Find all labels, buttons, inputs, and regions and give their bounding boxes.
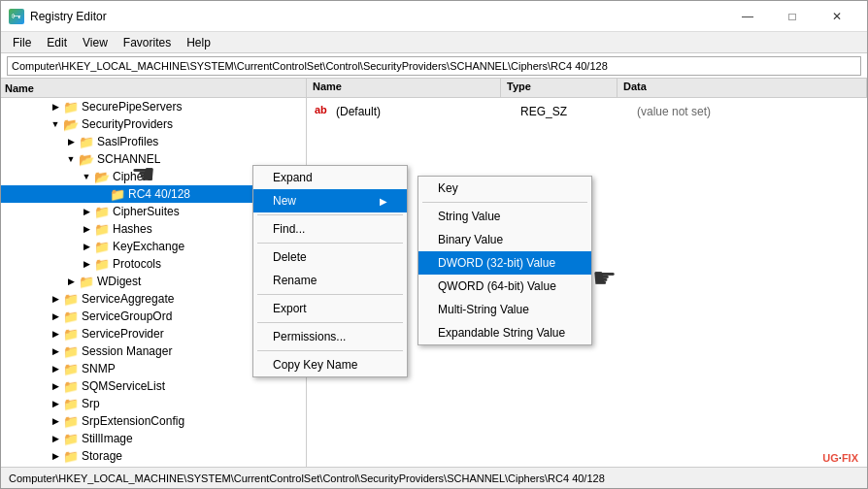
column-headers: Name Type Data bbox=[307, 79, 867, 98]
tree-item-srpextensionconfig[interactable]: ▶ 📁 SrpExtensionConfig bbox=[1, 412, 306, 430]
menu-favorites[interactable]: Favorites bbox=[116, 34, 179, 51]
context-menu: Expand New ▶ Find... Delete Rename Expor… bbox=[252, 165, 408, 377]
tree-item-stillimage[interactable]: ▶ 📁 StillImage bbox=[1, 430, 306, 447]
expand-arrow: ▶ bbox=[79, 224, 94, 234]
ctx-find[interactable]: Find... bbox=[253, 217, 407, 241]
tree-label: Hashes bbox=[113, 222, 152, 236]
menu-bar: File Edit View Favorites Help bbox=[1, 32, 867, 53]
submenu-multi-string-value-label: Multi-String Value bbox=[438, 303, 529, 316]
ctx-delete[interactable]: Delete bbox=[253, 245, 407, 269]
address-bar bbox=[1, 53, 867, 79]
ctx-new-label: New bbox=[273, 194, 296, 208]
maximize-button[interactable]: □ bbox=[770, 1, 815, 32]
submenu-dword-value[interactable]: DWORD (32-bit) Value bbox=[418, 251, 591, 275]
address-input[interactable] bbox=[7, 56, 861, 76]
expand-arrow: ▶ bbox=[48, 294, 63, 304]
submenu-dword-value-label: DWORD (32-bit) Value bbox=[438, 256, 555, 270]
tree-label: Ciphers bbox=[113, 170, 152, 183]
app-icon: 🗝 bbox=[9, 9, 24, 24]
folder-icon: 📁 bbox=[63, 448, 79, 464]
tree-label: SaslProfiles bbox=[97, 135, 158, 148]
submenu-key-label: Key bbox=[438, 181, 458, 195]
ctx-separator-5 bbox=[257, 350, 403, 351]
submenu-qword-value[interactable]: QWORD (64-bit) Value bbox=[418, 275, 591, 298]
ctx-new[interactable]: New ▶ bbox=[253, 189, 407, 212]
expand-arrow: ▶ bbox=[79, 242, 94, 251]
submenu-multi-string-value[interactable]: Multi-String Value bbox=[418, 298, 591, 321]
expand-arrow: ▼ bbox=[48, 119, 63, 129]
folder-icon: 📁 bbox=[63, 396, 79, 411]
window-title: Registry Editor bbox=[30, 10, 725, 23]
ctx-find-label: Find... bbox=[273, 222, 305, 236]
minimize-button[interactable]: — bbox=[725, 1, 770, 32]
folder-icon: 📂 bbox=[79, 151, 94, 167]
tree-item-storage[interactable]: ▶ 📁 Storage bbox=[1, 447, 306, 465]
reg-value-icon: ab bbox=[315, 104, 332, 119]
submenu-string-value-label: String Value bbox=[438, 210, 500, 223]
ctx-separator-3 bbox=[257, 294, 403, 295]
submenu-expandable-string-value-label: Expandable String Value bbox=[438, 326, 565, 340]
tree-item-securityproviders[interactable]: ▼ 📂 SecurityProviders bbox=[1, 115, 306, 133]
expand-arrow: ▶ bbox=[48, 102, 63, 112]
ctx-new-arrow: ▶ bbox=[380, 196, 387, 207]
tree-label: SrpExtensionConfig bbox=[82, 414, 184, 428]
expand-arrow: ▶ bbox=[48, 381, 63, 391]
ctx-copy-key-name[interactable]: Copy Key Name bbox=[253, 353, 407, 376]
col-header-type: Type bbox=[501, 79, 618, 97]
expand-arrow: ▶ bbox=[48, 451, 63, 461]
tree-label: KeyExchange bbox=[113, 240, 184, 253]
reg-row-default[interactable]: ab (Default) REG_SZ (value not set) bbox=[311, 102, 863, 121]
ctx-permissions-label: Permissions... bbox=[273, 330, 346, 343]
menu-view[interactable]: View bbox=[75, 34, 116, 51]
tree-label: StillImage bbox=[82, 432, 133, 445]
folder-icon: 📁 bbox=[63, 413, 79, 429]
tree-item-saslprofiles[interactable]: ▶ 📁 SaslProfiles bbox=[1, 133, 306, 150]
watermark-text: UG·FIX bbox=[822, 452, 858, 464]
submenu-expandable-string-value[interactable]: Expandable String Value bbox=[418, 321, 591, 344]
tree-header: Name bbox=[1, 79, 306, 98]
submenu-key[interactable]: Key bbox=[418, 177, 591, 200]
col-header-name: Name bbox=[307, 79, 501, 97]
folder-icon: 📂 bbox=[63, 116, 79, 132]
tree-item-storagemanagement[interactable]: ▶ 📁 StorageManagement bbox=[1, 465, 306, 467]
status-bar: Computer\HKEY_LOCAL_MACHINE\SYSTEM\Curre… bbox=[1, 467, 867, 488]
folder-icon: 📁 bbox=[94, 221, 110, 237]
close-button[interactable]: ✕ bbox=[815, 1, 859, 32]
tree-label: ServiceAggregate bbox=[82, 292, 174, 306]
ctx-separator-4 bbox=[257, 322, 403, 323]
menu-file[interactable]: File bbox=[5, 34, 39, 51]
tree-item-srp[interactable]: ▶ 📁 Srp bbox=[1, 395, 306, 412]
expand-arrow: ▶ bbox=[48, 364, 63, 374]
expand-arrow: ▶ bbox=[48, 416, 63, 426]
folder-icon: 📁 bbox=[79, 274, 94, 289]
submenu-qword-value-label: QWORD (64-bit) Value bbox=[438, 279, 556, 293]
submenu-separator-1 bbox=[422, 202, 587, 203]
ctx-expand[interactable]: Expand bbox=[253, 166, 407, 189]
tree-item-securepipeservers[interactable]: ▶ 📁 SecurePipeServers bbox=[1, 98, 306, 115]
reg-value-data: (value not set) bbox=[637, 105, 859, 118]
submenu-binary-value[interactable]: Binary Value bbox=[418, 228, 591, 251]
status-text: Computer\HKEY_LOCAL_MACHINE\SYSTEM\Curre… bbox=[9, 473, 605, 484]
folder-icon: 📁 bbox=[110, 186, 125, 202]
tree-item-sqmservicelist[interactable]: ▶ 📁 SQMServiceList bbox=[1, 377, 306, 395]
expand-arrow: ▶ bbox=[48, 329, 63, 339]
folder-icon: 📁 bbox=[63, 361, 79, 376]
folder-icon: 📁 bbox=[63, 431, 79, 446]
tree-label: SCHANNEL bbox=[97, 152, 160, 166]
folder-icon: 📁 bbox=[63, 326, 79, 342]
tree-label: ServiceProvider bbox=[82, 327, 164, 341]
folder-icon: 📁 bbox=[79, 134, 94, 149]
ctx-copy-key-name-label: Copy Key Name bbox=[273, 358, 357, 372]
submenu-string-value[interactable]: String Value bbox=[418, 205, 591, 228]
ctx-permissions[interactable]: Permissions... bbox=[253, 325, 407, 348]
ctx-delete-label: Delete bbox=[273, 250, 307, 264]
ctx-export-label: Export bbox=[273, 302, 307, 315]
expand-arrow: ▶ bbox=[48, 434, 63, 443]
menu-help[interactable]: Help bbox=[179, 34, 218, 51]
folder-icon: 📁 bbox=[63, 378, 79, 394]
ctx-export[interactable]: Export bbox=[253, 297, 407, 320]
menu-edit[interactable]: Edit bbox=[39, 34, 75, 51]
ctx-rename[interactable]: Rename bbox=[253, 269, 407, 292]
tree-label: SecurityProviders bbox=[82, 117, 173, 131]
expand-arrow: ▶ bbox=[79, 259, 94, 269]
